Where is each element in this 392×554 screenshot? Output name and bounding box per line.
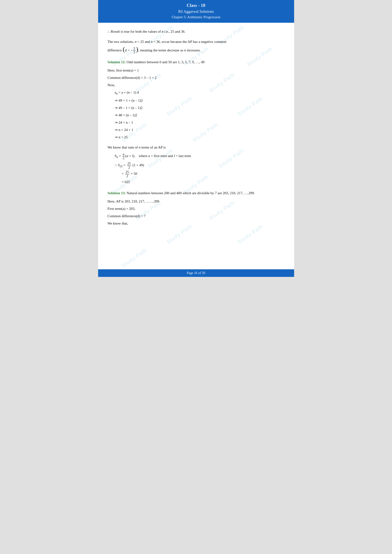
- frac-n-2: n2: [122, 152, 125, 160]
- header-book: RS Aggarwal Solutions: [103, 9, 289, 14]
- fraction-2-3: 23: [133, 47, 136, 54]
- sol13-ap: Here, AP is 203, 210, 217, ……,399: [108, 198, 285, 205]
- step3: ⇒ 48 = (n – 1)2: [108, 112, 285, 118]
- sol13-cd: Common difference(d) = 7: [108, 213, 285, 219]
- common-diff-line: Common difference(d) = 3 – 1 = 2: [108, 75, 285, 81]
- difference-line: difference (d = −23), meaning the terms …: [108, 46, 285, 54]
- now-line: Now,: [108, 82, 285, 88]
- result-line: ∴ Result is true for both the values of …: [108, 28, 285, 35]
- s25-step1: ∴ S25 = 252 (1 + 49): [108, 162, 285, 169]
- sol13-label: Solution 13:: [108, 191, 126, 195]
- step6: ⇒ n = 25: [108, 134, 285, 140]
- page-header: Class - 10 RS Aggarwal Solutions Chapter…: [98, 0, 294, 23]
- an-formula: an = a + (n – 1) d: [108, 89, 285, 97]
- page-footer: Page 16 of 50: [98, 269, 294, 277]
- header-chapter: Chapter 5: Arithmetic Progression: [103, 14, 289, 20]
- solution-13-header: Solution 13: Natural numbers between 200…: [108, 190, 285, 196]
- sum-intro: We know that sum of n terms of an AP is: [108, 144, 285, 151]
- sol13-text: Natural numbers between 200 and 400 whic…: [126, 191, 255, 195]
- s25-step2: = 252 × 50: [108, 170, 285, 178]
- two-solutions-para: The two solutions, n = 25 and n = 36, oc…: [108, 39, 285, 45]
- frac-25-2: 252: [127, 162, 131, 169]
- right-paren: ): [136, 45, 138, 53]
- step5: ⇒ n = 24 + 1: [108, 127, 285, 133]
- header-class: Class - 10: [103, 2, 289, 9]
- step2: ⇒ 49 – 1 = (n – 1)2: [108, 105, 285, 111]
- sn-formula-line: Sn = n2(a + l), where a = first term and…: [108, 152, 285, 160]
- frac-25-2b: 252: [125, 170, 129, 178]
- left-paren: (: [123, 45, 125, 53]
- sol12-label: Solution 12:: [108, 60, 126, 64]
- page: Class - 10 RS Aggarwal Solutions Chapter…: [98, 0, 294, 277]
- sol13-first: First term(a) = 203,: [108, 206, 285, 212]
- step4: ⇒ 24 = n – 1: [108, 119, 285, 126]
- solution-12-header: Solution 12: Odd numbers between 0 and 5…: [108, 59, 285, 65]
- s25-step3: = 625: [108, 179, 285, 185]
- sol13-know: We know that,: [108, 220, 285, 227]
- watermark-20: Study Path: [120, 247, 148, 269]
- first-term-line: Here, first term(a) = 1: [108, 67, 285, 74]
- content-inner: ∴ Result is true for both the values of …: [108, 28, 285, 227]
- step1: ⇒ 49 = 1 + (n – 1)2: [108, 97, 285, 104]
- main-content: Study Path Study Path Study Path Study P…: [98, 23, 294, 270]
- sol12-text: Odd numbers between 0 and 50 are 1, 3, 5…: [126, 60, 204, 64]
- page-number: Page 16 of 50: [187, 271, 205, 275]
